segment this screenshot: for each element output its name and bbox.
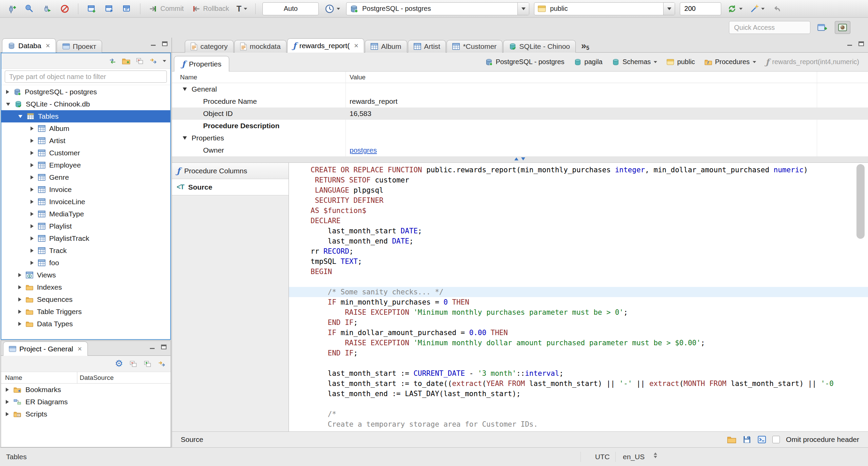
- tree-item-playlisttrack[interactable]: PlaylistTrack: [1, 232, 170, 245]
- omit-header-checkbox[interactable]: [772, 436, 780, 443]
- expand-arrow-icon[interactable]: [31, 236, 34, 240]
- tree-item-mediatype[interactable]: MediaType: [1, 208, 170, 220]
- code-line[interactable]: END IF;: [289, 317, 868, 328]
- code-line[interactable]: END IF;: [289, 348, 868, 358]
- code-line[interactable]: [289, 277, 868, 287]
- minimize-icon[interactable]: [149, 344, 156, 350]
- property-value[interactable]: postgres: [350, 146, 377, 154]
- expand-arrow-icon[interactable]: [18, 273, 21, 277]
- view-menu-icon[interactable]: [163, 60, 166, 62]
- tab-project-general[interactable]: Project - General×: [3, 342, 88, 356]
- connection-selector[interactable]: PostgreSQL - postgres: [346, 2, 529, 15]
- close-icon[interactable]: ×: [354, 42, 358, 50]
- editor-tab-category[interactable]: category: [185, 40, 234, 53]
- code-line[interactable]: RAISE EXCEPTION 'Minimum monthly purchas…: [289, 307, 868, 317]
- editor-tab-sqlite-chinoo[interactable]: SQLite - Chinoo: [503, 40, 576, 53]
- property-row-procedure-description[interactable]: Procedure Description: [172, 120, 868, 132]
- tab-database-navigator[interactable]: Databa×: [2, 38, 56, 53]
- expand-arrow-icon[interactable]: [6, 400, 9, 404]
- property-row-procedure-name[interactable]: Procedure Namerewards_report: [172, 95, 868, 108]
- minimize-icon[interactable]: [150, 40, 157, 47]
- column-header-name[interactable]: Name: [5, 374, 22, 382]
- tree-item-foo[interactable]: foo: [1, 257, 170, 269]
- expand-arrow-icon[interactable]: [18, 322, 21, 326]
- breadcrumb-item-schemas[interactable]: Schemas: [612, 58, 657, 66]
- tab-properties[interactable]: ƒProperties: [174, 56, 229, 72]
- expand-arrow-icon[interactable]: [31, 163, 34, 167]
- expand-arrow-icon[interactable]: [31, 127, 34, 131]
- code-line[interactable]: last_month_end := LAST_DAY(last_month_st…: [289, 389, 868, 399]
- code-line[interactable]: IF min_dollar_amount_purchased = 0.00 TH…: [289, 328, 868, 338]
- expand-all-icon[interactable]: [143, 360, 152, 368]
- project-item-scripts[interactable]: Scripts: [1, 408, 171, 420]
- tree-item-album[interactable]: Album: [1, 122, 170, 135]
- tree-item-tables[interactable]: Tables: [1, 110, 170, 122]
- collapse-all-icon[interactable]: [136, 57, 144, 65]
- subnav-source[interactable]: <TSource: [172, 179, 289, 195]
- recent-sql-editor-button[interactable]: [120, 2, 133, 16]
- code-line[interactable]: Create a temporary storage area for Cust…: [289, 419, 868, 429]
- column-header-datasource[interactable]: DataSource: [80, 374, 114, 382]
- editor-tab-album[interactable]: Album: [365, 40, 407, 53]
- breadcrumb-item-rewards-report-int4-numeric[interactable]: ƒrewards_report(int4,numeric): [766, 58, 859, 66]
- link-with-editor-icon[interactable]: [149, 57, 157, 65]
- chevron-down-icon[interactable]: [654, 61, 657, 63]
- tree-item-invoice[interactable]: Invoice: [1, 183, 170, 196]
- column-header-name[interactable]: Name: [180, 74, 197, 81]
- transaction-mode-button[interactable]: T: [235, 2, 249, 16]
- open-file-icon[interactable]: [727, 436, 736, 443]
- expand-arrow-icon[interactable]: [31, 212, 34, 216]
- code-line[interactable]: DECLARE: [289, 216, 868, 226]
- code-line[interactable]: last_month_start := CURRENT_DATE - '3 mo…: [289, 368, 868, 378]
- tree-item-invoiceline[interactable]: InvoiceLine: [1, 196, 170, 208]
- collapse-arrow-icon[interactable]: [183, 136, 187, 140]
- sql-assist-button[interactable]: [749, 2, 766, 16]
- open-perspective-button[interactable]: [814, 21, 830, 34]
- breadcrumb-item-pagila[interactable]: pagila: [574, 58, 603, 66]
- expand-arrow-icon[interactable]: [31, 261, 34, 265]
- expand-arrow-icon[interactable]: [6, 388, 9, 392]
- project-item-bookmarks[interactable]: ★Bookmarks: [1, 384, 171, 396]
- expand-arrow-icon[interactable]: [6, 412, 9, 416]
- tree-item-artist[interactable]: Artist: [1, 135, 170, 147]
- code-line[interactable]: RETURNS SETOF customer: [289, 175, 868, 185]
- code-line[interactable]: tmpSQL TEXT;: [289, 256, 868, 267]
- close-icon[interactable]: ×: [46, 42, 50, 50]
- expand-arrow-icon[interactable]: [31, 249, 34, 253]
- tab-overflow-indicator[interactable]: »5: [581, 41, 589, 51]
- project-item-er-diagrams[interactable]: ER Diagrams: [1, 396, 171, 408]
- expand-arrow-icon[interactable]: [31, 200, 34, 204]
- code-line[interactable]: /*: [289, 409, 868, 419]
- minimize-icon[interactable]: [846, 40, 854, 47]
- tree-item-sequences[interactable]: Sequences: [1, 293, 170, 306]
- code-line[interactable]: last_month_end DATE;: [289, 236, 868, 246]
- subnav-procedure-columns[interactable]: ƒProcedure Columns: [172, 163, 289, 179]
- save-file-icon[interactable]: [743, 435, 751, 444]
- tree-item-playlist[interactable]: Playlist: [1, 220, 170, 232]
- code-line[interactable]: AS $function$: [289, 206, 868, 216]
- chevron-down-icon[interactable]: [753, 61, 756, 63]
- expand-arrow-icon[interactable]: [18, 310, 21, 314]
- new-connection-button[interactable]: [5, 2, 18, 16]
- reconnect-button[interactable]: [41, 2, 54, 16]
- new-folder-icon[interactable]: [122, 58, 130, 64]
- object-filter-input[interactable]: [5, 71, 167, 83]
- maximize-icon[interactable]: [858, 40, 865, 47]
- tree-item-employee[interactable]: Employee: [1, 159, 170, 171]
- connect-shortcut-icon[interactable]: [108, 57, 117, 65]
- refresh-button[interactable]: [726, 2, 744, 16]
- expand-arrow-icon[interactable]: [31, 188, 34, 192]
- settings-gear-icon[interactable]: ⚙: [115, 359, 123, 368]
- locale-indicator[interactable]: en_US: [623, 453, 645, 461]
- collapse-all-icon[interactable]: [129, 360, 137, 368]
- fetch-size-input[interactable]: [680, 2, 721, 15]
- code-line[interactable]: last_month_start DATE;: [289, 226, 868, 236]
- code-line[interactable]: RAISE EXCEPTION 'Minimum monthly dollar …: [289, 338, 868, 348]
- expand-arrow-icon[interactable]: [31, 151, 34, 155]
- editor-tab-mockdata[interactable]: mockdata: [234, 40, 287, 53]
- expand-arrow-icon[interactable]: [31, 175, 34, 179]
- collapse-arrow-icon[interactable]: [18, 115, 22, 118]
- new-sql-editor-button[interactable]: [85, 2, 98, 16]
- expand-arrow-icon[interactable]: [6, 90, 9, 94]
- link-with-editor-icon[interactable]: [158, 360, 166, 368]
